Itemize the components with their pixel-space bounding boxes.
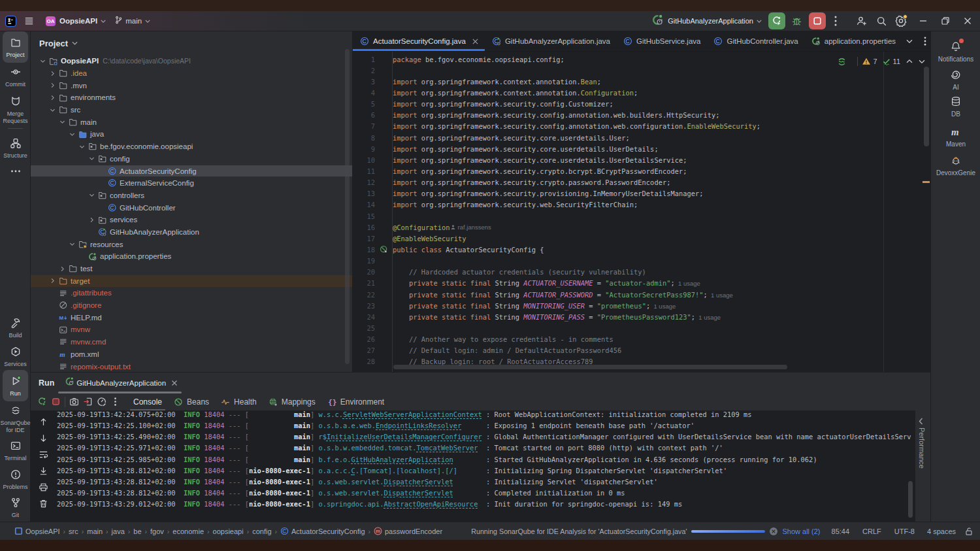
chevron-expanded-icon[interactable] — [67, 129, 77, 139]
attach-debugger-button[interactable] — [81, 394, 95, 410]
project-name[interactable]: OopsieAPI — [59, 17, 97, 25]
more-actions-button[interactable] — [827, 12, 844, 29]
tree-item-.mvn[interactable]: .mvn — [31, 79, 352, 92]
stripe-item-build[interactable]: Build — [0, 316, 31, 339]
error-stripe-mark[interactable] — [923, 181, 930, 183]
warnings-count[interactable]: 7 — [862, 57, 877, 66]
stop-button[interactable] — [49, 394, 63, 410]
chevron-collapsed-icon[interactable] — [47, 68, 57, 78]
logger-link[interactable]: ServletWebServerApplicationContext — [343, 410, 482, 418]
tree-item-pom.xml[interactable]: mpom.xml — [31, 348, 352, 361]
run-panel-tab-console[interactable]: Console — [127, 393, 168, 410]
tree-item-java[interactable]: java — [31, 128, 352, 141]
minimize-button[interactable] — [912, 11, 934, 31]
stripe-item-commit[interactable]: Commit — [0, 65, 31, 88]
next-occurrence-button[interactable] — [35, 430, 51, 446]
breadcrumb-passwordEncoder[interactable]: mpasswordEncoder — [374, 527, 442, 535]
project-view-chevron-icon[interactable] — [72, 41, 78, 45]
editor-horizontal-scrollbar[interactable] — [393, 365, 787, 369]
tree-item-.gitignore[interactable]: .gitignore — [31, 299, 352, 312]
project-chevron-icon[interactable] — [101, 20, 106, 23]
chevron-expanded-icon[interactable] — [67, 239, 77, 250]
console-output[interactable]: 2025-09-19T13:42:24.075+02:00 INFO 18404… — [56, 410, 915, 522]
writable-lock-icon[interactable] — [964, 527, 973, 536]
tree-item-mvnw.cmd[interactable]: mvnw.cmd — [31, 336, 352, 348]
tree-item-test[interactable]: test — [31, 263, 352, 275]
tree-item-.gitattributes[interactable]: .gitattributes — [31, 287, 352, 299]
chevron-expanded-icon[interactable] — [76, 141, 87, 152]
settings-button[interactable] — [892, 12, 909, 29]
stripe-item-git[interactable]: Git — [0, 496, 31, 519]
project-tree-scrollbar[interactable] — [345, 49, 350, 364]
clear-console-button[interactable] — [35, 495, 51, 511]
tree-item-be.fgov.economie.oopsieapi[interactable]: be.fgov.economie.oopsieapi — [31, 141, 352, 153]
file-encoding[interactable]: UTF-8 — [894, 527, 915, 535]
chevron-collapsed-icon[interactable] — [47, 92, 57, 103]
next-problem-icon[interactable] — [917, 57, 928, 66]
logger-link[interactable]: DispatcherServlet — [384, 489, 453, 497]
profiler-button[interactable] — [95, 394, 108, 410]
stripe-item-run[interactable]: Run — [0, 375, 31, 397]
logger-link[interactable]: TomcatWebServer — [417, 444, 478, 452]
show-all-link[interactable]: Show all (2) — [782, 527, 820, 535]
rerun-button[interactable] — [35, 394, 49, 410]
logger-link[interactable]: EndpointLinksResolver — [376, 422, 461, 429]
breadcrumb-main[interactable]: main — [87, 527, 103, 535]
run-panel-tab-environment[interactable]: {}Environment — [321, 393, 390, 410]
editor-tab-ActuatorSecurityConfig.java[interactable]: ActuatorSecurityConfig.java — [353, 31, 485, 51]
inspections-widget[interactable]: 711 — [837, 55, 928, 68]
usages-inlay-hint[interactable]: 1 usage — [708, 292, 733, 299]
tree-item-src[interactable]: src — [31, 104, 352, 116]
breadcrumb-be[interactable]: be — [133, 527, 141, 535]
stripe-item-project[interactable]: Project — [0, 36, 31, 59]
thread-dump-button[interactable] — [67, 394, 81, 410]
debug-button[interactable] — [788, 12, 805, 29]
performance-side-tab[interactable]: Performance — [915, 410, 930, 522]
vcs-widget[interactable]: main — [114, 15, 150, 27]
close-window-button[interactable] — [956, 11, 979, 31]
tree-item-ExternalServiceConfig[interactable]: ExternalServiceConfig — [31, 177, 352, 190]
prev-problem-icon[interactable] — [905, 57, 916, 66]
breadcrumb-config[interactable]: config — [252, 527, 271, 535]
tree-item-resources[interactable]: resources — [31, 238, 352, 250]
tree-item-GitHubController[interactable]: GitHubController — [31, 201, 352, 214]
chevron-collapsed-icon[interactable] — [86, 214, 97, 225]
more-options-button[interactable] — [108, 394, 122, 410]
run-panel-tab-beans[interactable]: Beans — [168, 393, 215, 410]
stripe-item-maven[interactable]: mMaven — [931, 125, 980, 148]
spring-bean-gutter-icon[interactable] — [377, 245, 390, 254]
chevron-expanded-icon[interactable] — [86, 190, 97, 201]
usages-inlay-hint[interactable]: 1 usage — [695, 314, 721, 321]
search-everywhere-button[interactable] — [873, 12, 890, 29]
stripe-item-devoxxgenie[interactable]: DevoxxGenie — [931, 154, 980, 176]
tree-item-target[interactable]: target — [31, 275, 352, 287]
stripe-item-services[interactable]: Services — [0, 345, 31, 368]
sonarqube-analysis-icon[interactable] — [837, 57, 849, 67]
editor-tab-GitHubController.java[interactable]: GitHubController.java — [706, 31, 804, 51]
stripe-item-structure[interactable]: Structure — [0, 137, 31, 159]
tree-item-HELP.md[interactable]: MHELP.md — [31, 311, 352, 324]
tree-item-controllers[interactable]: controllers — [31, 190, 352, 202]
stripe-item-sonarqube[interactable]: SonarQubefor IDE — [0, 404, 31, 434]
chevron-collapsed-icon[interactable] — [47, 276, 57, 286]
console-scrollbar[interactable] — [908, 481, 913, 518]
project-panel-header[interactable]: Project — [31, 31, 352, 55]
breadcrumb-java[interactable]: java — [112, 527, 125, 535]
breadcrumb-economie[interactable]: economie — [172, 527, 204, 535]
breadcrumb-src[interactable]: src — [69, 527, 78, 535]
code-editor[interactable]: 1package be.fgov.economie.oopsieapi.conf… — [353, 52, 930, 372]
editor-tab-application.properties[interactable]: application.properties — [804, 31, 902, 51]
usages-inlay-hint[interactable]: 1 usage — [650, 303, 676, 310]
editor-tab-GitHubAnalyzerApplication.java[interactable]: GitHubAnalyzerApplication.java — [485, 31, 616, 51]
stripe-item-notifications[interactable]: Notifications — [931, 40, 980, 63]
run-tab[interactable]: GitHubAnalyzerApplication — [58, 373, 182, 393]
tree-item-repomix-output.txt[interactable]: repomix-output.txt — [31, 360, 352, 372]
line-separator[interactable]: CRLF — [862, 527, 881, 535]
breadcrumb-OopsieAPI[interactable]: OopsieAPI — [14, 527, 60, 535]
run-panel-tab-mappings[interactable]: Mappings — [263, 393, 321, 410]
stripe-item-terminal[interactable]: Terminal — [0, 439, 31, 462]
tree-item-services[interactable]: services — [31, 214, 352, 226]
chevron-expanded-icon[interactable] — [57, 117, 67, 127]
tree-item-application.properties[interactable]: application.properties — [31, 250, 352, 263]
editor-tab-GitHubService.java[interactable]: GitHubService.java — [616, 31, 706, 51]
